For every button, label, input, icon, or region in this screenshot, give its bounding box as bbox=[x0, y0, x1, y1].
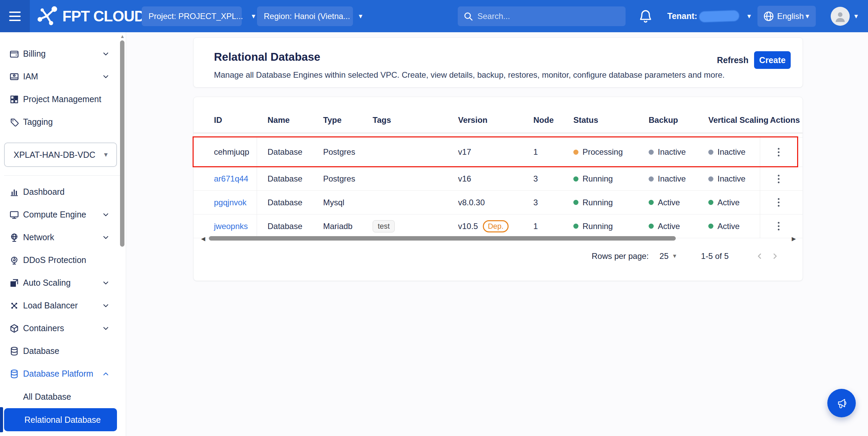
brand-logo-text: FPT CLOUD bbox=[62, 8, 145, 25]
compute-engine-icon bbox=[9, 209, 20, 220]
db-node-count: 1 bbox=[533, 147, 538, 157]
chevron-down-icon bbox=[102, 233, 110, 242]
chevron-down-icon bbox=[102, 302, 110, 310]
hamburger-menu-button[interactable] bbox=[0, 0, 30, 32]
column-header-node: Node bbox=[533, 115, 554, 125]
sidebar-item-auto-scaling[interactable]: Auto Scaling bbox=[0, 271, 118, 294]
sidebar-item-database[interactable]: Database bbox=[0, 340, 118, 362]
sidebar: Billing IAM Project Management bbox=[0, 32, 126, 436]
status-dot bbox=[649, 200, 654, 205]
db-vertical-scaling-status: Active bbox=[708, 198, 739, 207]
status-dot bbox=[649, 224, 654, 229]
previous-page-button[interactable] bbox=[752, 249, 767, 264]
sidebar-item-load-balancer[interactable]: Load Balancer bbox=[0, 294, 118, 317]
db-vertical-scaling-status: Active bbox=[708, 222, 739, 231]
dashboard-icon bbox=[9, 187, 20, 197]
deprecated-badge: Dep. bbox=[483, 220, 509, 232]
row-actions-menu-button[interactable] bbox=[770, 193, 787, 212]
search-icon bbox=[463, 11, 473, 21]
language-value: English bbox=[777, 12, 804, 21]
sidebar-scrollbar-thumb[interactable] bbox=[120, 40, 124, 247]
page-header-card: Relational Database Manage all Database … bbox=[193, 37, 803, 88]
db-status: Running bbox=[573, 174, 613, 184]
sidebar-subitem-all-database[interactable]: All Database bbox=[0, 385, 118, 408]
sidebar-item-compute-engine[interactable]: Compute Engine bbox=[0, 203, 118, 226]
tenant-dropdown[interactable]: Tenant: ▼ bbox=[667, 0, 752, 32]
db-status: Running bbox=[573, 198, 613, 207]
status-dot bbox=[573, 176, 578, 182]
network-icon bbox=[9, 232, 20, 243]
db-id-link[interactable]: jweopnks bbox=[214, 222, 248, 231]
hscrollbar-thumb[interactable] bbox=[209, 236, 676, 241]
db-tags: test bbox=[373, 220, 395, 232]
sidebar-item-billing[interactable]: Billing bbox=[0, 42, 118, 65]
project-dropdown[interactable]: Project: PROJECT_XPL... ▼ bbox=[142, 6, 242, 26]
refresh-button[interactable]: Refresh bbox=[714, 51, 751, 69]
sidebar-item-ddos-protection[interactable]: DDoS Protection bbox=[0, 249, 118, 271]
sidebar-item-iam[interactable]: IAM bbox=[0, 65, 118, 88]
ddos-protection-icon bbox=[9, 255, 20, 266]
announcements-fab[interactable] bbox=[827, 389, 856, 417]
tag-chip: test bbox=[373, 220, 395, 232]
sidebar-item-network[interactable]: Network bbox=[0, 226, 118, 249]
containers-icon bbox=[9, 323, 20, 334]
column-header-backup: Backup bbox=[649, 115, 678, 125]
user-menu[interactable]: ▼ bbox=[831, 0, 859, 32]
db-backup-status: Active bbox=[649, 222, 680, 231]
column-header-tags: Tags bbox=[373, 115, 391, 125]
region-dropdown[interactable]: Region: Hanoi (Vietna... ▼ bbox=[257, 6, 353, 26]
sidebar-item-project-management[interactable]: Project Management bbox=[0, 88, 118, 111]
database-table-card: ID Name Type Tags Version Node Status Ba… bbox=[193, 97, 803, 281]
sidebar-divider bbox=[4, 175, 122, 176]
status-dot bbox=[573, 224, 578, 229]
next-page-button[interactable] bbox=[767, 249, 782, 264]
sticky-actions-column-divider bbox=[760, 137, 760, 238]
status-dot bbox=[708, 176, 713, 182]
status-dot bbox=[573, 150, 578, 155]
tenant-name-redacted bbox=[699, 10, 739, 22]
column-header-vertical-scaling: Vertical Scaling bbox=[708, 115, 768, 125]
project-dropdown-value: Project: PROJECT_XPL... bbox=[149, 12, 243, 21]
pagination-range: 1-5 of 5 bbox=[701, 251, 729, 261]
table-row: ar671q44 Database Postgres v16 3 Running… bbox=[194, 167, 803, 191]
db-type: Postgres bbox=[323, 147, 355, 157]
iam-icon bbox=[9, 71, 20, 82]
table-header-row: ID Name Type Tags Version Node Status Ba… bbox=[194, 107, 803, 133]
sidebar-item-containers[interactable]: Containers bbox=[0, 317, 118, 340]
row-actions-menu-button[interactable] bbox=[770, 170, 787, 188]
brand-logo[interactable]: FPT CLOUD bbox=[37, 0, 145, 32]
sticky-id-column-divider bbox=[257, 137, 257, 238]
chevron-down-icon bbox=[102, 324, 110, 333]
db-name: Database bbox=[268, 174, 302, 184]
hscrollbar-left-arrow[interactable]: ◀ bbox=[201, 235, 205, 242]
hscrollbar-right-arrow[interactable]: ▶ bbox=[792, 235, 796, 242]
search-input[interactable] bbox=[477, 12, 620, 21]
sidebar-item-dashboard[interactable]: Dashboard bbox=[0, 181, 118, 203]
rows-per-page-select[interactable]: 25 ▼ bbox=[659, 251, 677, 261]
vdc-select[interactable]: XPLAT-HAN-DB-VDC ▼ bbox=[4, 143, 117, 167]
db-name: Database bbox=[268, 147, 302, 157]
chevron-down-icon: ▼ bbox=[853, 13, 859, 19]
language-dropdown[interactable]: English ▼ bbox=[757, 6, 816, 27]
db-id-link[interactable]: ar671q44 bbox=[214, 174, 248, 184]
tenant-label: Tenant: bbox=[667, 11, 697, 21]
db-id-link[interactable]: pgqjnvok bbox=[214, 198, 246, 207]
row-actions-menu-button[interactable] bbox=[770, 217, 787, 235]
sidebar-item-database-platform[interactable]: Database Platform bbox=[0, 362, 118, 385]
sidebar-item-tagging[interactable]: Tagging bbox=[0, 111, 118, 133]
create-button[interactable]: Create bbox=[754, 51, 791, 69]
chevron-down-icon: ▼ bbox=[357, 13, 363, 19]
hamburger-icon bbox=[9, 10, 21, 22]
status-dot bbox=[708, 224, 713, 229]
db-status: Running bbox=[573, 222, 613, 231]
sidebar-scrollbar-up-arrow[interactable]: ▲ bbox=[119, 34, 125, 39]
column-header-id: ID bbox=[214, 115, 222, 125]
database-platform-icon bbox=[9, 368, 20, 379]
db-version: v10.5 Dep. bbox=[458, 220, 509, 232]
fpt-spark-logo-icon bbox=[37, 4, 59, 28]
global-search bbox=[458, 6, 626, 26]
page-subtitle: Manage all Database Engines within selec… bbox=[214, 70, 725, 80]
row-actions-menu-button[interactable] bbox=[770, 143, 787, 161]
sidebar-subitem-relational-database[interactable]: Relational Database bbox=[4, 408, 117, 431]
notifications-button[interactable] bbox=[638, 9, 653, 24]
